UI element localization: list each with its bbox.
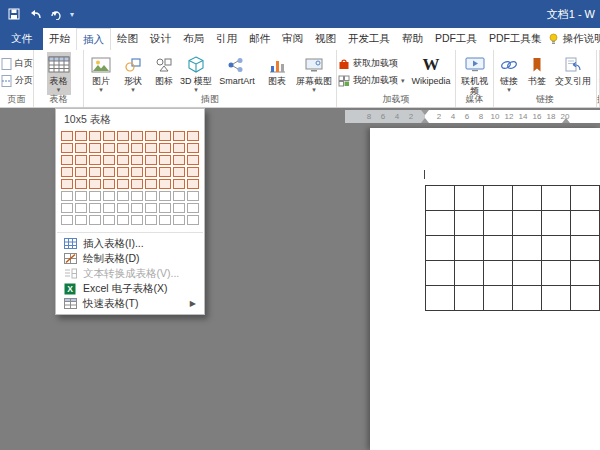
get-addins-button[interactable]: 获取加载项 (338, 56, 408, 71)
ribbon-tab[interactable]: 开始 (43, 28, 76, 50)
shapes-button[interactable]: 形状 ▾ (117, 52, 149, 95)
document-page[interactable] (370, 128, 600, 450)
draw-table-menu-item[interactable]: 绘制表格(D) (56, 251, 204, 266)
table-size-cell[interactable] (131, 143, 143, 153)
table-size-cell[interactable] (61, 131, 73, 141)
document-table-cell[interactable] (542, 286, 571, 311)
table-size-cell[interactable] (103, 191, 115, 201)
excel-spreadsheet-menu-item[interactable]: X Excel 电子表格(X) (56, 281, 204, 296)
screenshot-button[interactable]: 屏幕截图 ▾ (293, 52, 335, 95)
table-size-cell[interactable] (131, 131, 143, 141)
save-icon[interactable] (7, 7, 21, 21)
table-size-cell[interactable] (145, 131, 157, 141)
table-size-cell[interactable] (89, 167, 101, 177)
document-table-cell[interactable] (455, 261, 484, 286)
table-size-cell[interactable] (131, 215, 143, 225)
link-button[interactable]: 链接 ▾ (495, 52, 523, 95)
table-size-cell[interactable] (145, 191, 157, 201)
cross-reference-button[interactable]: 交叉引用 (551, 52, 595, 88)
table-size-cell[interactable] (159, 215, 171, 225)
table-size-cell[interactable] (103, 131, 115, 141)
document-table-cell[interactable] (513, 286, 542, 311)
document-table-cell[interactable] (426, 286, 455, 311)
document-table-cell[interactable] (513, 211, 542, 236)
table-size-cell[interactable] (145, 215, 157, 225)
bookmark-button[interactable]: 书签 (523, 52, 551, 88)
table-size-cell[interactable] (89, 191, 101, 201)
table-size-cell[interactable] (187, 179, 199, 189)
table-size-cell[interactable] (145, 143, 157, 153)
hanging-indent-marker[interactable] (421, 118, 429, 123)
table-size-cell[interactable] (103, 155, 115, 165)
table-size-cell[interactable] (173, 203, 185, 213)
pictures-button[interactable]: 图片 ▾ (85, 52, 117, 95)
document-table-cell[interactable] (513, 236, 542, 261)
ribbon-tab[interactable]: 视图 (309, 28, 342, 50)
table-size-cell[interactable] (173, 215, 185, 225)
document-table-cell[interactable] (571, 236, 600, 261)
document-table-cell[interactable] (426, 211, 455, 236)
table-size-cell[interactable] (61, 191, 73, 201)
document-table-cell[interactable] (484, 261, 513, 286)
ribbon-tab[interactable]: 帮助 (396, 28, 429, 50)
table-size-cell[interactable] (75, 143, 87, 153)
document-table-cell[interactable] (426, 261, 455, 286)
table-size-cell[interactable] (159, 203, 171, 213)
table-size-cell[interactable] (89, 143, 101, 153)
document-table-cell[interactable] (484, 186, 513, 211)
smartart-button[interactable]: SmartArt (213, 52, 261, 88)
ribbon-tab[interactable]: 审阅 (276, 28, 309, 50)
table-size-cell[interactable] (173, 167, 185, 177)
document-table-cell[interactable] (484, 211, 513, 236)
table-size-cell[interactable] (159, 155, 171, 165)
table-size-cell[interactable] (187, 167, 199, 177)
ribbon-tab[interactable]: 邮件 (243, 28, 276, 50)
document-table-cell[interactable] (542, 186, 571, 211)
table-button[interactable]: 表格 ▾ (47, 52, 71, 95)
table-size-cell[interactable] (159, 167, 171, 177)
ribbon-tab[interactable]: 插入 (76, 28, 111, 50)
table-size-cell[interactable] (75, 167, 87, 177)
chart-button[interactable]: 图表 (261, 52, 293, 88)
document-table-cell[interactable] (542, 211, 571, 236)
table-size-cell[interactable] (159, 131, 171, 141)
horizontal-ruler[interactable]: 86422468101214161820 (345, 110, 600, 123)
table-size-cell[interactable] (117, 155, 129, 165)
table-size-cell[interactable] (75, 155, 87, 165)
table-size-cell[interactable] (89, 155, 101, 165)
ribbon-tab[interactable]: PDF工具集 (483, 28, 548, 50)
document-table-cell[interactable] (455, 286, 484, 311)
table-size-cell[interactable] (187, 191, 199, 201)
blank-page-button[interactable]: 白页 (1, 56, 33, 71)
insert-table-menu-item[interactable]: 插入表格(I)... (56, 236, 204, 251)
table-size-cell[interactable] (159, 179, 171, 189)
table-size-cell[interactable] (117, 167, 129, 177)
document-table-cell[interactable] (426, 236, 455, 261)
document-table-cell[interactable] (455, 236, 484, 261)
table-size-cell[interactable] (173, 143, 185, 153)
table-size-cell[interactable] (131, 155, 143, 165)
table-size-cell[interactable] (117, 191, 129, 201)
table-size-cell[interactable] (75, 179, 87, 189)
table-size-cell[interactable] (131, 179, 143, 189)
table-size-cell[interactable] (173, 179, 185, 189)
ribbon-tab[interactable]: 设计 (144, 28, 177, 50)
table-size-cell[interactable] (173, 131, 185, 141)
ribbon-tab[interactable]: PDF工具 (429, 28, 483, 50)
3d-models-button[interactable]: 3D 模型 ▾ (179, 52, 213, 95)
table-size-cell[interactable] (131, 191, 143, 201)
document-table-cell[interactable] (571, 211, 600, 236)
table-size-cell[interactable] (103, 215, 115, 225)
table-size-cell[interactable] (61, 143, 73, 153)
table-size-cell[interactable] (131, 203, 143, 213)
qat-customize-icon[interactable]: ▾ (70, 10, 74, 19)
table-size-cell[interactable] (89, 215, 101, 225)
table-size-cell[interactable] (131, 167, 143, 177)
online-video-button[interactable]: 联机视频 (457, 52, 492, 99)
table-size-cell[interactable] (89, 203, 101, 213)
tab-file[interactable]: 文件 (0, 28, 43, 50)
table-size-cell[interactable] (103, 203, 115, 213)
table-size-cell[interactable] (145, 203, 157, 213)
table-size-cell[interactable] (75, 203, 87, 213)
table-size-cell[interactable] (61, 155, 73, 165)
